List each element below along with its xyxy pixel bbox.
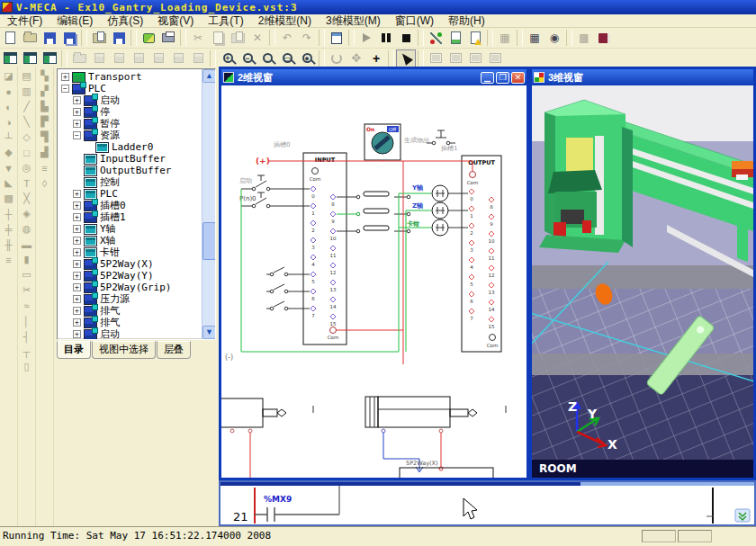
palette-tool-2-5[interactable]: ◇ bbox=[19, 130, 35, 145]
palette-tool-2-11[interactable]: ◍ bbox=[19, 221, 35, 237]
open-file-button[interactable] bbox=[20, 29, 40, 47]
view-front-button[interactable] bbox=[89, 49, 109, 67]
palette-tool-2-17[interactable]: │ bbox=[19, 313, 35, 328]
undo-button[interactable]: ↶ bbox=[277, 29, 297, 47]
tree-expander-icon[interactable]: + bbox=[73, 295, 81, 303]
tree-item-14[interactable]: +Y轴 bbox=[58, 223, 202, 235]
tree-expander-icon[interactable]: + bbox=[73, 318, 81, 327]
tree-expander-icon[interactable]: + bbox=[73, 260, 81, 268]
tree-item-3[interactable]: +启动 bbox=[58, 94, 202, 106]
palette-tool-1-4[interactable]: ◑ bbox=[1, 114, 17, 130]
cascade-windows-button[interactable] bbox=[465, 49, 485, 67]
palette-tool-2-19[interactable]: ┬ bbox=[19, 344, 35, 359]
palette-tool-1-3[interactable]: ◐ bbox=[1, 99, 17, 114]
palette-tool-1-6[interactable]: ◆ bbox=[1, 145, 17, 160]
palette-tool-1-10[interactable]: ┼ bbox=[1, 206, 17, 221]
view-iso-button[interactable] bbox=[188, 49, 208, 67]
scroll-up-icon[interactable]: ▲ bbox=[202, 69, 216, 83]
copy-button[interactable] bbox=[208, 29, 228, 47]
tree-item-18[interactable]: +5P2Way(Y) bbox=[58, 270, 202, 282]
move-view-button[interactable]: + bbox=[366, 49, 386, 67]
tree-expander-icon[interactable]: + bbox=[73, 330, 81, 338]
palette-tool-2-9[interactable]: ╳ bbox=[19, 191, 35, 206]
restore-icon[interactable]: ❒ bbox=[496, 72, 509, 84]
palette-tool-2-13[interactable]: ▮ bbox=[19, 252, 35, 267]
palette-tool-2-7[interactable]: ◎ bbox=[19, 160, 35, 175]
play-button[interactable] bbox=[356, 29, 376, 47]
simulation-settings-button[interactable] bbox=[327, 29, 346, 47]
tree-expander-icon[interactable]: + bbox=[73, 96, 81, 104]
tree-expander-icon[interactable]: + bbox=[73, 213, 81, 221]
title-bar[interactable]: V-MECA - Ex10_Gantry_Loading_Device.vst:… bbox=[0, 0, 756, 14]
window-3d-titlebar[interactable]: 3维视窗 bbox=[532, 69, 753, 85]
palette-tool-2-6[interactable]: □ bbox=[19, 145, 35, 160]
tree-item-13[interactable]: +插槽1 bbox=[58, 211, 202, 223]
tree-expander-icon[interactable]: − bbox=[61, 85, 69, 93]
tree-item-12[interactable]: +插槽0 bbox=[58, 200, 202, 211]
menu-item-7[interactable]: 3维模型(M) bbox=[319, 14, 388, 28]
palette-tool-2-3[interactable]: ╱ bbox=[19, 99, 35, 114]
tree-item-8[interactable]: InputBuffer bbox=[58, 153, 202, 165]
tree-expander-icon[interactable]: + bbox=[73, 108, 81, 116]
view-top-button[interactable] bbox=[168, 49, 188, 67]
circuit-canvas[interactable]: On Off 生成物品 插槽0 插槽1 (+) bbox=[221, 85, 526, 478]
help-book-button[interactable] bbox=[594, 29, 614, 47]
menu-item-2[interactable]: 编辑(E) bbox=[50, 14, 100, 28]
rotary-switch[interactable]: On Off bbox=[364, 124, 400, 160]
palette-tool-1-7[interactable]: ▼ bbox=[1, 160, 17, 175]
delete-button[interactable]: ✕ bbox=[248, 29, 267, 47]
palette-tool-2-4[interactable]: ╲ bbox=[19, 114, 35, 130]
tree-expander-icon[interactable]: + bbox=[73, 190, 81, 198]
save-file-button[interactable] bbox=[40, 29, 59, 47]
palette-tool-3-8[interactable]: ◊ bbox=[37, 175, 53, 191]
view-left-button[interactable] bbox=[129, 49, 148, 67]
tree-item-15[interactable]: +X轴 bbox=[58, 235, 202, 246]
tree-expander-icon[interactable]: + bbox=[73, 225, 81, 233]
tree-tab-3[interactable]: 层叠 bbox=[157, 341, 191, 359]
view-folder-button[interactable] bbox=[69, 49, 89, 67]
palette-tool-2-20[interactable]: ▯ bbox=[19, 359, 35, 374]
menu-item-4[interactable]: 视窗(V) bbox=[150, 14, 201, 28]
palette-tool-1-8[interactable]: ◣ bbox=[1, 175, 17, 191]
palette-tool-2-2[interactable]: ▥ bbox=[19, 84, 35, 99]
tree-item-6[interactable]: −资源 bbox=[58, 130, 202, 141]
tree-expander-icon[interactable]: + bbox=[73, 272, 81, 280]
save-project-button[interactable] bbox=[109, 29, 129, 47]
tree-item-21[interactable]: +排气 bbox=[58, 305, 202, 317]
menu-item-3[interactable]: 仿真(S) bbox=[100, 14, 150, 28]
view-right-button[interactable] bbox=[148, 49, 168, 67]
tree-item-4[interactable]: +停 bbox=[58, 106, 202, 118]
import-model-button[interactable] bbox=[139, 29, 158, 47]
ladder-scroll-down-icon[interactable] bbox=[735, 509, 750, 522]
palette-tool-1-13[interactable]: ≡ bbox=[1, 252, 17, 267]
scene-3d-canvas[interactable]: Z Y X ROOM bbox=[532, 85, 753, 478]
menu-item-1[interactable]: 文件(F) bbox=[0, 14, 50, 28]
zoom-in-button[interactable]: + bbox=[218, 49, 238, 67]
palette-tool-3-5[interactable]: ▜ bbox=[37, 130, 53, 145]
hint-lamp-button[interactable]: ◉ bbox=[544, 29, 564, 47]
palette-tool-1-5[interactable]: ┴ bbox=[1, 130, 17, 145]
save-all-button[interactable] bbox=[59, 29, 79, 47]
palette-tool-3-7[interactable]: ≡ bbox=[37, 160, 53, 175]
tree-expander-icon[interactable]: + bbox=[73, 283, 81, 291]
tree-tab-2[interactable]: 视图中选择 bbox=[92, 341, 156, 359]
tree-expander-icon[interactable]: + bbox=[73, 120, 81, 128]
tree-item-5[interactable]: +暂停 bbox=[58, 118, 202, 130]
select-cursor-button[interactable] bbox=[396, 49, 416, 67]
tree-item-20[interactable]: +压力源 bbox=[58, 293, 202, 305]
cut-button[interactable]: ✂ bbox=[188, 29, 208, 47]
palette-tool-2-18[interactable]: ┤ bbox=[19, 328, 35, 344]
layout-both-button[interactable] bbox=[40, 49, 59, 67]
tree-item-1[interactable]: +Transport bbox=[58, 71, 202, 83]
palette-tool-3-1[interactable]: ▚ bbox=[37, 68, 53, 84]
tree-tab-1[interactable]: 目录 bbox=[57, 341, 91, 359]
rotate-view-button[interactable] bbox=[327, 49, 346, 67]
zoom-extents-button[interactable]: ◌ bbox=[257, 49, 277, 67]
window-2d-titlebar[interactable]: 2维视窗 ▁ ❒ ✕ bbox=[221, 69, 526, 85]
palette-tool-2-8[interactable]: T bbox=[19, 175, 35, 191]
push-button[interactable] bbox=[427, 130, 455, 145]
menu-item-5[interactable]: 工具(T) bbox=[201, 14, 250, 28]
print-button[interactable] bbox=[158, 29, 178, 47]
tile-horizontal-button[interactable] bbox=[426, 49, 446, 67]
menu-item-6[interactable]: 2维模型(N) bbox=[251, 14, 319, 28]
